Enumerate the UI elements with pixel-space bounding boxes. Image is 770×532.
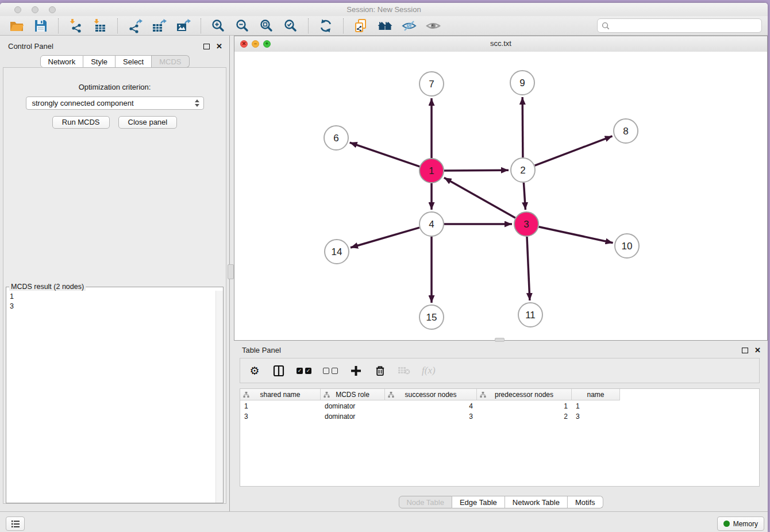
edge-3-10[interactable] bbox=[539, 227, 613, 243]
edge-4-14[interactable] bbox=[351, 228, 419, 248]
hide-details-button[interactable] bbox=[399, 17, 419, 34]
first-neighbors-button[interactable] bbox=[351, 17, 371, 34]
memory-button[interactable]: Memory bbox=[717, 516, 764, 531]
column-header-shared-name[interactable]: shared name bbox=[240, 389, 321, 400]
tab-select[interactable]: Select bbox=[116, 55, 152, 68]
column-header-MCDS-role[interactable]: MCDS role bbox=[321, 389, 385, 400]
deselect-all-button[interactable] bbox=[323, 363, 338, 379]
table-row[interactable]: 3dominator323 bbox=[240, 412, 759, 421]
minimize-network-button[interactable]: − bbox=[252, 40, 259, 48]
select-all-button[interactable]: ✓✓ bbox=[297, 363, 311, 379]
delete-columns-button[interactable] bbox=[374, 363, 386, 379]
show-columns-icon bbox=[273, 365, 285, 377]
svg-text:9: 9 bbox=[519, 78, 525, 88]
graph-node-3[interactable]: 3 bbox=[514, 212, 538, 236]
home-button[interactable] bbox=[375, 17, 395, 34]
table-cell: dominator bbox=[321, 402, 385, 411]
edge-2-9[interactable] bbox=[522, 97, 523, 157]
svg-text:7: 7 bbox=[429, 79, 434, 90]
mcds-result-area[interactable]: 13 bbox=[6, 291, 223, 503]
optimization-select[interactable]: strongly connected component bbox=[26, 97, 204, 110]
tab-network-table[interactable]: Network Table bbox=[505, 496, 568, 508]
edge-2-3[interactable] bbox=[523, 183, 525, 210]
column-header-name[interactable]: name bbox=[572, 389, 620, 400]
table-panel-tabs: Node TableEdge TableNetwork TableMotifs bbox=[398, 496, 603, 508]
run-mcds-button[interactable]: Run MCDS bbox=[52, 116, 110, 129]
close-panel-icon[interactable]: ✕ bbox=[216, 43, 222, 50]
svg-text:11: 11 bbox=[525, 310, 536, 321]
create-column-button[interactable] bbox=[349, 363, 362, 379]
svg-text:4: 4 bbox=[429, 219, 434, 230]
horizontal-splitter-handle[interactable] bbox=[495, 338, 505, 342]
float-panel-icon[interactable] bbox=[203, 44, 210, 49]
zoom-fit-button[interactable] bbox=[257, 17, 276, 34]
table-cell: dominator bbox=[321, 412, 385, 421]
table-cell: 1 bbox=[572, 402, 620, 411]
search-input[interactable] bbox=[613, 21, 757, 30]
table-row[interactable]: 1dominator411 bbox=[240, 402, 759, 411]
desktop-background: Session: New Session Control Panel ✕ Net… bbox=[0, 0, 770, 532]
vertical-splitter-handle[interactable] bbox=[228, 264, 234, 279]
network-window-titlebar[interactable]: ✕ − + scc.txt bbox=[234, 36, 767, 52]
show-columns-button[interactable] bbox=[272, 363, 285, 379]
graph-node-11[interactable]: 11 bbox=[518, 303, 542, 327]
refresh-view-icon bbox=[318, 18, 333, 33]
edge-1-2[interactable] bbox=[444, 170, 509, 171]
tab-node-table[interactable]: Node Table bbox=[398, 496, 452, 508]
tab-network[interactable]: Network bbox=[40, 55, 83, 68]
close-table-panel-icon[interactable]: ✕ bbox=[754, 346, 761, 354]
tab-edge-table[interactable]: Edge Table bbox=[452, 496, 505, 508]
mcds-result-title: MCDS result (2 nodes) bbox=[9, 283, 86, 291]
graph-node-6[interactable]: 6 bbox=[324, 126, 348, 150]
network-canvas[interactable]: 1234678910111415 bbox=[234, 52, 767, 340]
graph-node-15[interactable]: 15 bbox=[419, 305, 444, 329]
import-table-icon bbox=[93, 18, 107, 33]
graph-node-9[interactable]: 9 bbox=[510, 71, 534, 95]
delete-table-button bbox=[398, 363, 410, 379]
graph-node-1[interactable]: 1 bbox=[419, 159, 444, 183]
save-session-button[interactable] bbox=[31, 17, 51, 34]
export-image-button[interactable] bbox=[174, 17, 193, 34]
tab-mcds[interactable]: MCDS bbox=[152, 55, 189, 68]
import-network-button[interactable] bbox=[66, 17, 86, 34]
table-panel-header: Table Panel ✕ bbox=[234, 342, 768, 357]
edge-3-11[interactable] bbox=[527, 237, 530, 300]
zoom-network-button[interactable]: + bbox=[263, 40, 271, 48]
graph-node-14[interactable]: 14 bbox=[325, 240, 349, 264]
svg-text:14: 14 bbox=[332, 246, 342, 257]
import-table-button[interactable] bbox=[90, 17, 110, 34]
save-session-icon bbox=[33, 18, 48, 33]
tab-motifs[interactable]: Motifs bbox=[568, 496, 603, 508]
close-panel-button[interactable]: Close panel bbox=[118, 116, 178, 129]
edge-3-1[interactable] bbox=[444, 178, 515, 218]
column-header-label: shared name bbox=[260, 391, 300, 399]
export-network-button[interactable] bbox=[125, 17, 145, 34]
graph-node-10[interactable]: 10 bbox=[615, 234, 639, 258]
export-table-button[interactable] bbox=[149, 17, 169, 34]
task-history-button[interactable] bbox=[6, 516, 25, 531]
zoom-in-button[interactable] bbox=[209, 17, 228, 34]
column-header-successor-nodes[interactable]: successor nodes bbox=[385, 389, 477, 400]
table-mode-button[interactable]: ⚙ bbox=[248, 363, 261, 379]
open-file-button[interactable] bbox=[7, 17, 26, 34]
column-header-predecessor-nodes[interactable]: predecessor nodes bbox=[477, 389, 572, 400]
search-field[interactable] bbox=[597, 18, 762, 33]
graph-node-2[interactable]: 2 bbox=[511, 158, 535, 182]
tab-style[interactable]: Style bbox=[83, 55, 116, 68]
graph-node-4[interactable]: 4 bbox=[419, 212, 444, 236]
close-network-button[interactable]: ✕ bbox=[240, 40, 248, 48]
table-cell: 4 bbox=[385, 402, 477, 411]
result-scrollbar[interactable] bbox=[215, 291, 223, 503]
graph-node-8[interactable]: 8 bbox=[614, 119, 638, 143]
float-table-panel-icon[interactable] bbox=[742, 348, 748, 353]
zoom-selected-button[interactable] bbox=[281, 17, 301, 34]
graph-node-7[interactable]: 7 bbox=[419, 72, 444, 96]
svg-text:1: 1 bbox=[429, 165, 434, 176]
refresh-view-button[interactable] bbox=[316, 17, 336, 34]
node-table: shared nameMCDS rolesuccessor nodesprede… bbox=[240, 388, 760, 487]
edge-1-6[interactable] bbox=[350, 142, 420, 167]
show-all-button[interactable] bbox=[424, 17, 443, 34]
table-cell: 1 bbox=[240, 402, 321, 411]
edge-2-8[interactable] bbox=[535, 136, 613, 165]
zoom-out-button[interactable] bbox=[233, 17, 252, 34]
